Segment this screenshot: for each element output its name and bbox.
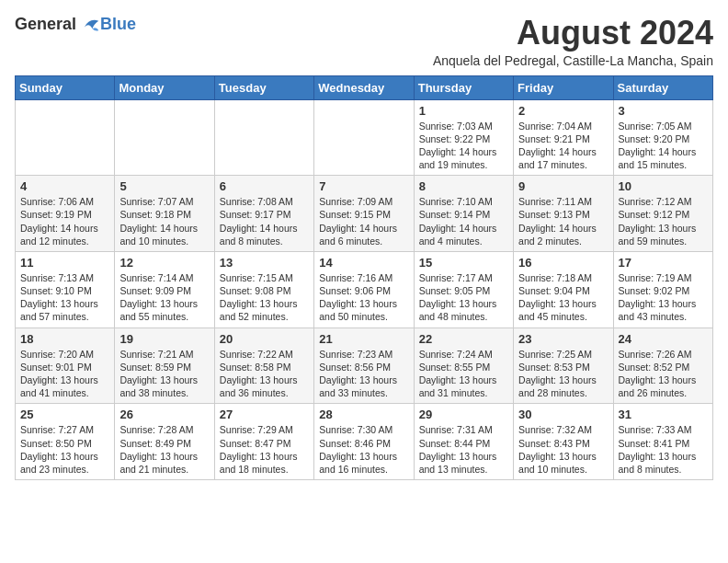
- day-info: Sunrise: 7:14 AM Sunset: 9:09 PM Dayligh…: [119, 271, 209, 324]
- calendar-header-row: SundayMondayTuesdayWednesdayThursdayFrid…: [16, 75, 713, 99]
- day-info: Sunrise: 7:11 AM Sunset: 9:13 PM Dayligh…: [518, 195, 608, 247]
- day-number: 16: [518, 256, 608, 270]
- calendar-cell-26: 26Sunrise: 7:28 AM Sunset: 8:49 PM Dayli…: [115, 404, 214, 480]
- calendar-cell-17: 17Sunrise: 7:19 AM Sunset: 9:02 PM Dayli…: [613, 251, 712, 327]
- day-info: Sunrise: 7:15 AM Sunset: 9:08 PM Dayligh…: [220, 271, 309, 324]
- day-info: Sunrise: 7:12 AM Sunset: 9:12 PM Dayligh…: [619, 195, 708, 247]
- day-number: 5: [119, 179, 209, 193]
- day-number: 3: [619, 104, 708, 118]
- day-number: 19: [119, 332, 209, 346]
- calendar-week-2: 4Sunrise: 7:06 AM Sunset: 9:19 PM Daylig…: [16, 176, 713, 252]
- day-number: 22: [419, 332, 508, 346]
- day-info: Sunrise: 7:24 AM Sunset: 8:55 PM Dayligh…: [419, 348, 508, 400]
- calendar-cell-24: 24Sunrise: 7:26 AM Sunset: 8:52 PM Dayli…: [613, 327, 712, 404]
- day-info: Sunrise: 7:06 AM Sunset: 9:19 PM Dayligh…: [20, 195, 109, 247]
- calendar-cell-empty: [16, 99, 115, 176]
- day-info: Sunrise: 7:33 AM Sunset: 8:41 PM Dayligh…: [619, 423, 708, 476]
- day-info: Sunrise: 7:17 AM Sunset: 9:05 PM Dayligh…: [419, 271, 508, 324]
- day-info: Sunrise: 7:26 AM Sunset: 8:52 PM Dayligh…: [619, 348, 708, 400]
- day-number: 12: [119, 256, 209, 270]
- calendar-cell-31: 31Sunrise: 7:33 AM Sunset: 8:41 PM Dayli…: [613, 404, 712, 480]
- logo-general: General: [15, 15, 76, 34]
- calendar-week-5: 25Sunrise: 7:27 AM Sunset: 8:50 PM Dayli…: [16, 404, 713, 480]
- day-info: Sunrise: 7:20 AM Sunset: 9:01 PM Dayligh…: [20, 348, 109, 400]
- calendar-cell-2: 2Sunrise: 7:04 AM Sunset: 9:21 PM Daylig…: [514, 99, 613, 176]
- calendar-week-3: 11Sunrise: 7:13 AM Sunset: 9:10 PM Dayli…: [16, 251, 713, 327]
- day-info: Sunrise: 7:03 AM Sunset: 9:22 PM Dayligh…: [419, 120, 508, 172]
- calendar-cell-30: 30Sunrise: 7:32 AM Sunset: 8:43 PM Dayli…: [514, 404, 613, 480]
- calendar-week-1: 1Sunrise: 7:03 AM Sunset: 9:22 PM Daylig…: [16, 99, 713, 176]
- calendar-cell-23: 23Sunrise: 7:25 AM Sunset: 8:53 PM Dayli…: [514, 327, 613, 404]
- day-number: 7: [319, 179, 408, 193]
- day-number: 9: [518, 179, 608, 193]
- day-number: 18: [20, 332, 109, 346]
- day-info: Sunrise: 7:08 AM Sunset: 9:17 PM Dayligh…: [220, 195, 309, 247]
- calendar-header-sunday: Sunday: [16, 75, 115, 99]
- calendar-header-wednesday: Wednesday: [314, 75, 414, 99]
- calendar-cell-9: 9Sunrise: 7:11 AM Sunset: 9:13 PM Daylig…: [514, 176, 613, 252]
- day-number: 27: [220, 408, 309, 421]
- day-info: Sunrise: 7:07 AM Sunset: 9:18 PM Dayligh…: [119, 195, 209, 247]
- calendar-cell-19: 19Sunrise: 7:21 AM Sunset: 8:59 PM Dayli…: [115, 327, 214, 404]
- calendar-cell-22: 22Sunrise: 7:24 AM Sunset: 8:55 PM Dayli…: [414, 327, 513, 404]
- calendar-subtitle: Anquela del Pedregal, Castille-La Mancha…: [433, 53, 713, 68]
- page-header: General Blue August 2024 Anquela del Ped…: [15, 15, 713, 68]
- calendar-header-friday: Friday: [514, 75, 613, 99]
- calendar-cell-28: 28Sunrise: 7:30 AM Sunset: 8:46 PM Dayli…: [314, 404, 414, 480]
- calendar-cell-14: 14Sunrise: 7:16 AM Sunset: 9:06 PM Dayli…: [314, 251, 414, 327]
- day-info: Sunrise: 7:18 AM Sunset: 9:04 PM Dayligh…: [518, 271, 608, 324]
- day-info: Sunrise: 7:13 AM Sunset: 9:10 PM Dayligh…: [20, 271, 109, 324]
- calendar-cell-1: 1Sunrise: 7:03 AM Sunset: 9:22 PM Daylig…: [414, 99, 513, 176]
- day-number: 29: [419, 408, 508, 421]
- day-info: Sunrise: 7:16 AM Sunset: 9:06 PM Dayligh…: [319, 271, 408, 324]
- day-number: 6: [220, 179, 309, 193]
- day-info: Sunrise: 7:10 AM Sunset: 9:14 PM Dayligh…: [419, 195, 508, 247]
- day-info: Sunrise: 7:21 AM Sunset: 8:59 PM Dayligh…: [119, 348, 209, 400]
- calendar-header-monday: Monday: [115, 75, 214, 99]
- calendar-cell-5: 5Sunrise: 7:07 AM Sunset: 9:18 PM Daylig…: [115, 176, 214, 252]
- day-number: 15: [419, 256, 508, 270]
- day-info: Sunrise: 7:05 AM Sunset: 9:20 PM Dayligh…: [619, 120, 708, 172]
- calendar-cell-20: 20Sunrise: 7:22 AM Sunset: 8:58 PM Dayli…: [214, 327, 313, 404]
- calendar-cell-empty: [115, 99, 214, 176]
- day-number: 14: [319, 256, 408, 270]
- day-number: 30: [518, 408, 608, 421]
- calendar-cell-21: 21Sunrise: 7:23 AM Sunset: 8:56 PM Dayli…: [314, 327, 414, 404]
- day-number: 8: [419, 179, 508, 193]
- calendar-header-saturday: Saturday: [613, 75, 712, 99]
- day-number: 25: [20, 408, 109, 421]
- calendar-cell-15: 15Sunrise: 7:17 AM Sunset: 9:05 PM Dayli…: [414, 251, 513, 327]
- calendar-cell-29: 29Sunrise: 7:31 AM Sunset: 8:44 PM Dayli…: [414, 404, 513, 480]
- calendar-header-thursday: Thursday: [414, 75, 513, 99]
- calendar-week-4: 18Sunrise: 7:20 AM Sunset: 9:01 PM Dayli…: [16, 327, 713, 404]
- day-number: 26: [119, 408, 209, 421]
- day-info: Sunrise: 7:23 AM Sunset: 8:56 PM Dayligh…: [319, 348, 408, 400]
- day-info: Sunrise: 7:22 AM Sunset: 8:58 PM Dayligh…: [220, 348, 309, 400]
- day-number: 24: [619, 332, 708, 346]
- calendar-cell-empty: [214, 99, 313, 176]
- day-info: Sunrise: 7:29 AM Sunset: 8:47 PM Dayligh…: [220, 423, 309, 476]
- day-info: Sunrise: 7:27 AM Sunset: 8:50 PM Dayligh…: [20, 423, 109, 476]
- day-number: 13: [220, 256, 309, 270]
- logo-blue: Blue: [100, 15, 136, 34]
- day-info: Sunrise: 7:19 AM Sunset: 9:02 PM Dayligh…: [619, 271, 708, 324]
- day-number: 11: [20, 256, 109, 270]
- day-number: 17: [619, 256, 708, 270]
- day-number: 4: [20, 179, 109, 193]
- calendar-cell-3: 3Sunrise: 7:05 AM Sunset: 9:20 PM Daylig…: [613, 99, 712, 176]
- day-info: Sunrise: 7:25 AM Sunset: 8:53 PM Dayligh…: [518, 348, 608, 400]
- calendar-cell-10: 10Sunrise: 7:12 AM Sunset: 9:12 PM Dayli…: [613, 176, 712, 252]
- day-number: 10: [619, 179, 708, 193]
- day-number: 31: [619, 408, 708, 421]
- calendar-header-tuesday: Tuesday: [214, 75, 313, 99]
- calendar-cell-27: 27Sunrise: 7:29 AM Sunset: 8:47 PM Dayli…: [214, 404, 313, 480]
- title-block: August 2024 Anquela del Pedregal, Castil…: [433, 15, 713, 68]
- day-info: Sunrise: 7:31 AM Sunset: 8:44 PM Dayligh…: [419, 423, 508, 476]
- calendar-cell-8: 8Sunrise: 7:10 AM Sunset: 9:14 PM Daylig…: [414, 176, 513, 252]
- calendar-table: SundayMondayTuesdayWednesdayThursdayFrid…: [15, 75, 713, 480]
- day-number: 20: [220, 332, 309, 346]
- day-info: Sunrise: 7:32 AM Sunset: 8:43 PM Dayligh…: [518, 423, 608, 476]
- day-info: Sunrise: 7:28 AM Sunset: 8:49 PM Dayligh…: [119, 423, 209, 476]
- logo: General Blue: [15, 15, 136, 34]
- calendar-cell-18: 18Sunrise: 7:20 AM Sunset: 9:01 PM Dayli…: [16, 327, 115, 404]
